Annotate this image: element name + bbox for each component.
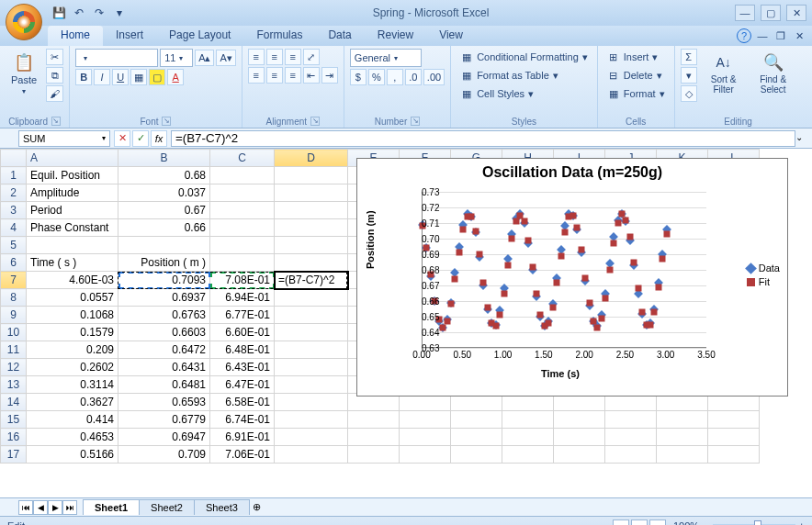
cell-J17[interactable] — [605, 446, 657, 464]
mdi-minimize-icon[interactable]: — — [755, 28, 770, 43]
cell-E17[interactable] — [348, 446, 400, 464]
col-header-A[interactable]: A — [27, 150, 118, 167]
insert-sheet-icon[interactable]: ⊕ — [253, 501, 261, 513]
italic-button[interactable]: I — [94, 69, 110, 85]
cell-L16[interactable] — [708, 429, 760, 446]
decrease-decimal-button[interactable]: .00 — [423, 69, 445, 85]
cell-A3[interactable]: Period — [27, 202, 118, 219]
align-left-button[interactable]: ≡ — [248, 67, 265, 84]
cell-B12[interactable]: 0.6431 — [118, 359, 210, 376]
row-header-16[interactable]: 16 — [1, 429, 27, 446]
cell-D17[interactable] — [275, 446, 348, 464]
row-header-8[interactable]: 8 — [1, 289, 27, 307]
align-center-button[interactable]: ≡ — [266, 67, 283, 84]
cell-J16[interactable] — [605, 429, 657, 446]
cell-J15[interactable] — [605, 411, 657, 429]
cell-B15[interactable]: 0.6779 — [118, 411, 210, 429]
cell-H17[interactable] — [502, 446, 554, 464]
decrease-indent-button[interactable]: ⇤ — [303, 67, 320, 84]
cell-B8[interactable]: 0.6937 — [118, 289, 210, 307]
format-cells-button[interactable]: ▦Format ▾ — [603, 85, 669, 102]
row-header-7[interactable]: 7 — [1, 272, 27, 289]
cell-A8[interactable]: 0.0557 — [27, 289, 118, 307]
sheet-tab-2[interactable]: Sheet2 — [139, 499, 195, 515]
help-icon[interactable]: ? — [737, 28, 751, 43]
sheet-nav-first-icon[interactable]: ⏮ — [18, 500, 33, 515]
mdi-close-icon[interactable]: ✕ — [792, 28, 806, 43]
tab-page-layout[interactable]: Page Layout — [156, 26, 243, 46]
cell-F15[interactable] — [400, 411, 451, 429]
cell-D12[interactable] — [275, 359, 348, 376]
align-right-button[interactable]: ≡ — [285, 67, 301, 84]
row-header-12[interactable]: 12 — [1, 359, 27, 376]
formula-enter-button[interactable]: ✓ — [132, 130, 149, 147]
tab-review[interactable]: Review — [365, 26, 426, 46]
zoom-in-button[interactable]: + — [799, 520, 805, 526]
embedded-chart[interactable]: Oscillation Data (m=250g) Position (m) T… — [356, 158, 788, 397]
cell-C4[interactable] — [210, 219, 275, 237]
cell-F17[interactable] — [400, 446, 451, 464]
cell-D8[interactable] — [275, 289, 348, 307]
cell-C7[interactable]: 7.08E-01 — [210, 272, 275, 289]
cell-C6[interactable] — [210, 254, 275, 272]
cell-A13[interactable]: 0.3114 — [27, 376, 118, 394]
select-all-cell[interactable] — [1, 150, 27, 167]
row-header-4[interactable]: 4 — [1, 219, 27, 237]
cell-D7[interactable]: =(B7-C7)^2 — [275, 272, 348, 289]
formula-cancel-button[interactable]: ✕ — [114, 130, 130, 147]
row-header-11[interactable]: 11 — [1, 341, 27, 359]
sheet-nav-prev-icon[interactable]: ◀ — [33, 500, 48, 515]
page-break-view-button[interactable] — [649, 519, 666, 526]
row-header-5[interactable]: 5 — [1, 237, 27, 254]
cell-A5[interactable] — [27, 237, 118, 254]
cell-B11[interactable]: 0.6472 — [118, 341, 210, 359]
cell-D15[interactable] — [275, 411, 348, 429]
close-button[interactable]: ✕ — [786, 5, 806, 21]
delete-cells-button[interactable]: ⊟Delete ▾ — [603, 67, 666, 84]
cell-A9[interactable]: 0.1068 — [27, 307, 118, 324]
zoom-level[interactable]: 100% — [673, 520, 699, 526]
cell-L17[interactable] — [708, 446, 760, 464]
sheet-tab-3[interactable]: Sheet3 — [194, 499, 250, 515]
mdi-restore-icon[interactable]: ❐ — [773, 28, 788, 43]
copy-button[interactable]: ⧉ — [46, 67, 63, 84]
qat-dropdown-icon[interactable]: ▾ — [112, 6, 127, 20]
row-header-1[interactable]: 1 — [1, 167, 27, 184]
cell-C16[interactable]: 6.91E-01 — [210, 429, 275, 446]
number-dialog-icon[interactable]: ↘ — [411, 117, 420, 126]
border-button[interactable]: ▦ — [130, 69, 147, 85]
cell-C2[interactable] — [210, 184, 275, 202]
conditional-formatting-button[interactable]: ▦Conditional Formatting ▾ — [457, 49, 592, 65]
number-format-combo[interactable]: General▾ — [350, 49, 422, 67]
cell-G17[interactable] — [451, 446, 502, 464]
save-icon[interactable]: 💾 — [51, 6, 66, 20]
cell-B10[interactable]: 0.6603 — [118, 324, 210, 341]
cell-H15[interactable] — [502, 411, 554, 429]
office-button[interactable] — [6, 4, 42, 40]
align-bottom-button[interactable]: ≡ — [285, 49, 301, 65]
cell-G15[interactable] — [451, 411, 502, 429]
fill-color-button[interactable]: ▢ — [149, 69, 165, 85]
fx-button[interactable]: fx — [151, 130, 167, 147]
row-header-17[interactable]: 17 — [1, 446, 27, 464]
grow-font-button[interactable]: A▴ — [195, 50, 214, 66]
tab-home[interactable]: Home — [48, 26, 103, 46]
cell-A17[interactable]: 0.5166 — [27, 446, 118, 464]
cell-E15[interactable] — [348, 411, 400, 429]
cell-B7[interactable]: 0.7093 — [118, 272, 210, 289]
formula-bar-expand-icon[interactable]: ⌄ — [795, 132, 808, 145]
formula-input[interactable] — [171, 130, 795, 147]
find-select-button[interactable]: 🔍Find & Select — [750, 49, 796, 98]
zoom-out-button[interactable]: − — [703, 520, 708, 526]
cell-L15[interactable] — [708, 411, 760, 429]
cell-C5[interactable] — [210, 237, 275, 254]
cell-D11[interactable] — [275, 341, 348, 359]
cell-G16[interactable] — [451, 429, 502, 446]
cell-D10[interactable] — [275, 324, 348, 341]
row-header-13[interactable]: 13 — [1, 376, 27, 394]
row-header-14[interactable]: 14 — [1, 394, 27, 411]
cell-B16[interactable]: 0.6947 — [118, 429, 210, 446]
col-header-B[interactable]: B — [118, 150, 210, 167]
sort-filter-button[interactable]: A↓Sort & Filter — [701, 49, 747, 98]
undo-icon[interactable]: ↶ — [72, 6, 86, 20]
